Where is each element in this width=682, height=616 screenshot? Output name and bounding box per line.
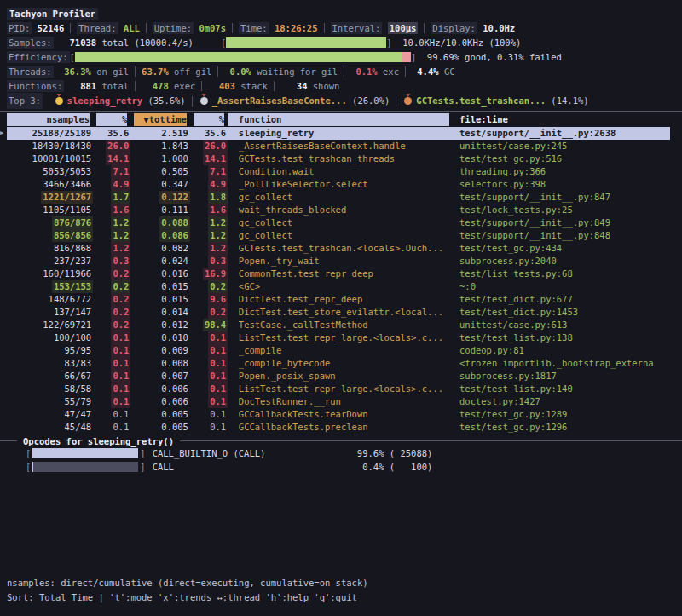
nsamples-cell: 5053/5053 <box>7 165 93 178</box>
top3-item: _AssertRaisesBaseConte... (26.0%) <box>199 94 403 108</box>
table-row[interactable]: 10001/1001514.11.00014.1GCTests.test_tra… <box>7 153 682 165</box>
functions-label: Functions: <box>7 80 64 92</box>
functions-shown: 34 <box>280 81 308 91</box>
percent-cell: 35.6 <box>93 127 130 140</box>
thread-value[interactable]: ALL <box>118 23 140 33</box>
table-top-divider <box>0 111 682 112</box>
tottime-cell: 0.005 <box>130 421 190 434</box>
table-row[interactable]: 856/8561.20.0861.2gc_collecttest/support… <box>7 229 682 242</box>
waiting-value: 0.0% <box>224 66 251 77</box>
percent-cell: 0.3 <box>93 255 130 268</box>
table-row[interactable]: 816/8681.20.0821.2GCTests.test_trashcan.… <box>7 242 682 255</box>
table-row[interactable]: 18430/1843026.01.84326.0_AssertRaisesBas… <box>7 140 682 153</box>
tottime-cell: 0.086 <box>130 229 190 242</box>
file-line-cell: test/test_dict.py:677 <box>454 293 682 306</box>
table-row[interactable]: 55/790.10.0060.1DocTestRunner.__rundocte… <box>7 395 682 408</box>
table-row[interactable]: 58/580.10.0060.1ListTest.test_repr_large… <box>7 383 682 395</box>
table-row[interactable]: 137/1470.20.0140.2DictTest.test_store_ev… <box>7 306 682 319</box>
percent-cell: 1.2 <box>93 216 130 229</box>
table-row[interactable]: 122/697210.20.01298.4TestCase._callTestM… <box>7 319 682 331</box>
nsamples-cell: 66/67 <box>7 370 93 383</box>
nsamples-cell: 47/47 <box>7 408 93 421</box>
tottime-cell: 0.005 <box>130 408 190 421</box>
table-row[interactable]: 3466/34664.90.3474.9_PollLikeSelector.se… <box>7 178 682 191</box>
function-name-cell: GCCallbackTests.preclean <box>228 421 454 434</box>
table-row[interactable]: 876/8761.20.0881.2gc_collecttest/support… <box>7 216 682 229</box>
functions-stack-label: stack <box>235 81 268 91</box>
table-row[interactable]: 148/67720.20.0159.6DictTest.test_repr_de… <box>7 293 682 306</box>
separator <box>201 81 202 91</box>
table-row[interactable]: 1221/12671.70.1221.8gc_collecttest/suppo… <box>7 191 682 204</box>
table-row[interactable]: 237/2370.30.0240.3Popen._try_waitsubproc… <box>7 255 682 268</box>
column-header-percent-1[interactable]: % <box>93 113 130 126</box>
opcode-bar <box>32 448 138 458</box>
opcode-bar <box>32 462 138 472</box>
table-row[interactable]: 95/950.10.0090.1_compilecodeop.py:81 <box>7 344 682 357</box>
percent-cell: 26.0 <box>93 140 130 153</box>
cumulative-percent-cell: 0.3 <box>190 255 228 268</box>
table-row[interactable]: 153/1530.20.0150.2<GC>~:0 <box>7 280 682 293</box>
thread-label[interactable]: Thread: <box>77 22 118 34</box>
table-row[interactable]: 160/119660.20.01616.9CommonTest.test_rep… <box>7 268 682 280</box>
off-gil-value: 63.7% <box>142 66 169 77</box>
table-row[interactable]: 100/1000.10.0100.1ListTest.test_repr_lar… <box>7 331 682 344</box>
opcode-name: CALL <box>153 460 352 474</box>
table-row[interactable]: 47/470.10.0050.1GCCallbackTests.tearDown… <box>7 408 682 421</box>
file-line-cell: doctest.py:1427 <box>454 395 682 408</box>
cumulative-percent-cell: 14.1 <box>190 153 228 165</box>
separator <box>135 81 136 91</box>
nsamples-cell: 148/6772 <box>7 293 93 306</box>
file-line-cell: subprocess.py:1817 <box>454 370 682 383</box>
percent-cell: 0.1 <box>93 383 130 395</box>
footer-keybinds: Sort: Total Time | 't':mode 'x':trends ↔… <box>0 590 682 605</box>
function-name-cell: _compile_bytecode <box>228 357 454 370</box>
table-row[interactable]: 66/670.10.0070.1Popen._posix_spawnsubpro… <box>7 370 682 383</box>
top3-percent: (35.6%) <box>142 94 186 108</box>
percent-cell: 1.2 <box>93 229 130 242</box>
exc-label: exc <box>378 66 399 77</box>
tottime-cell: 0.024 <box>130 255 190 268</box>
percent-cell: 0.1 <box>93 357 130 370</box>
time-label: Time: <box>239 22 269 34</box>
column-header-tottime-sorted[interactable]: ▼tottime <box>130 113 190 126</box>
cumulative-percent-cell: 0.1 <box>190 331 228 344</box>
tottime-cell: 0.016 <box>130 268 190 280</box>
bracket-close: ] <box>140 446 145 460</box>
samples-row: Samples: 71038 total (10000.4/s)[] 10.0K… <box>0 36 682 50</box>
file-line-cell: subprocess.py:2040 <box>454 255 682 268</box>
tottime-cell: 0.122 <box>130 191 190 204</box>
table-row[interactable]: 5053/50537.10.5057.1Condition.waitthread… <box>7 165 682 178</box>
column-header-function[interactable]: function <box>228 113 454 126</box>
column-header-file-line[interactable]: file:line <box>454 113 682 126</box>
waiting-label: waiting for gil <box>251 66 338 77</box>
cumulative-percent-cell: 0.1 <box>190 408 228 421</box>
cumulative-percent-cell: 0.1 <box>190 370 228 383</box>
table-row[interactable]: 45/480.10.0050.1GCCallbackTests.preclean… <box>7 421 682 434</box>
function-name-cell: wait_threads_blocked <box>228 204 454 216</box>
gc-value: 4.4% <box>412 66 439 77</box>
opcode-stat: 0.4% ( 100) <box>352 460 433 474</box>
tottime-cell: 0.014 <box>130 306 190 319</box>
percent-cell: 1.2 <box>93 242 130 255</box>
file-line-cell: test/list_tests.py:68 <box>454 268 682 280</box>
percent-cell: 1.7 <box>93 191 130 204</box>
file-line-cell: unittest/case.py:245 <box>454 140 682 153</box>
cumulative-percent-cell: 0.1 <box>190 421 228 434</box>
table-row[interactable]: 83/830.10.0080.1_compile_bytecode<frozen… <box>7 357 682 370</box>
file-line-cell: test/support/__init__.py:849 <box>454 216 682 229</box>
tottime-cell: 0.505 <box>130 165 190 178</box>
file-line-cell: test/support/__init__.py:848 <box>454 229 682 242</box>
tottime-cell: 0.009 <box>130 344 190 357</box>
top3-function-name: _AssertRaisesBaseConte... <box>212 94 347 108</box>
cumulative-percent-cell: 0.1 <box>190 357 228 370</box>
column-header-nsamples[interactable]: nsamples <box>7 113 93 126</box>
tottime-cell: 0.111 <box>130 204 190 216</box>
function-name-cell: GCTests.test_trashcan_threads <box>228 153 454 165</box>
gc-label: GC <box>439 66 455 77</box>
nsamples-cell: 856/856 <box>7 229 93 242</box>
percent-cell: 0.2 <box>93 268 130 280</box>
table-row[interactable]: 25188/2518935.62.51935.6sleeping_retryte… <box>7 127 670 140</box>
table-row[interactable]: 1105/11051.60.1111.6wait_threads_blocked… <box>7 204 682 216</box>
percent-cell: 0.2 <box>93 319 130 331</box>
column-header-percent-2[interactable]: % <box>190 113 228 126</box>
